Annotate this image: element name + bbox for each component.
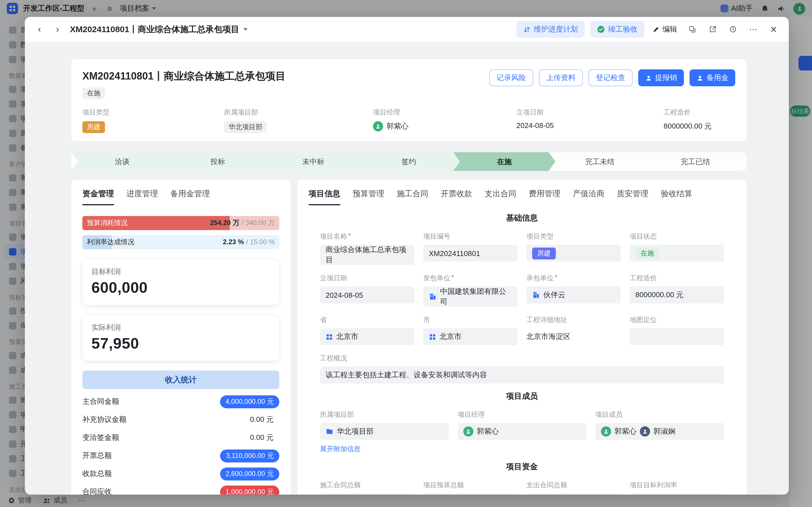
target-profit-value: 600,000: [92, 279, 270, 297]
project-status-select[interactable]: 在施: [630, 245, 724, 262]
info-tab[interactable]: 产值洽商: [573, 189, 604, 205]
project-info-form: 基础信息 项目名称* 商业综合体施工总承包项目 项目编号 XM202411080…: [309, 213, 735, 495]
summary-fields: 项目类型 房建 所属项目部 华北项目部 项目经理 郭紫心: [83, 108, 735, 133]
project-status-tag: 在施: [635, 247, 659, 259]
stage-stepper: 洽谈 投标 未中标 签约 在施 完工未结 完工已结: [71, 152, 747, 171]
summary-field-cost: 工程造价 8000000.00 元: [664, 108, 735, 133]
forward-button[interactable]: ›: [51, 22, 64, 36]
outline-action-button[interactable]: 记录风险: [489, 69, 533, 86]
contractor-unit-input[interactable]: 伙伴云: [527, 286, 621, 303]
budget-consumption-bar: 预算消耗情况 254.20 万 / 340.00 万: [83, 216, 279, 230]
stage-step[interactable]: 未中标: [262, 152, 365, 171]
stage-step[interactable]: 完工已结: [644, 152, 747, 171]
more-icon[interactable]: ⋯: [746, 22, 761, 37]
share-icon[interactable]: [705, 22, 720, 37]
section-members: 项目成员: [320, 391, 724, 401]
fund-value-input[interactable]: 3,400,000.00 元: [423, 494, 518, 495]
member-person: 郭紫心: [601, 426, 637, 437]
modal-title: XM2024110801丨商业综合体施工总承包项目: [70, 24, 248, 35]
member-person: 郭淑娴: [640, 426, 675, 437]
field-overview: 工程概况 该工程主要包括土建工程、设备安装和调试等内容: [320, 354, 724, 384]
title-dropdown-icon[interactable]: [243, 28, 248, 31]
stage-step[interactable]: 在施: [453, 152, 555, 171]
province-select[interactable]: 北京市: [320, 328, 414, 345]
building-icon: [429, 293, 437, 300]
required-asterisk: *: [555, 274, 557, 283]
stage-step[interactable]: 洽谈: [71, 152, 173, 171]
info-tab[interactable]: 费用管理: [529, 189, 560, 205]
info-tab[interactable]: 支出合同: [485, 189, 516, 205]
manager-person[interactable]: 郭紫心: [373, 121, 516, 131]
owner-unit-input[interactable]: 中国建筑集团有限公司: [423, 286, 518, 307]
fund-value-input[interactable]: 4,000,000.00 元: [320, 494, 414, 495]
field-project-cost: 工程造价 8000000.00 元: [630, 274, 724, 307]
finance-row-value: 4,000,000.00 元: [220, 395, 279, 408]
info-tab[interactable]: 预算管理: [353, 189, 384, 205]
copy-icon[interactable]: [685, 22, 700, 37]
back-button[interactable]: ‹: [33, 22, 46, 36]
finance-row: 补充协议金额 0.00 元: [83, 410, 279, 429]
field-project-name: 项目名称* 商业综合体施工总承包项目: [320, 232, 414, 265]
city-select[interactable]: 北京市: [423, 328, 518, 345]
field-project-status: 项目状态 在施: [630, 232, 724, 265]
field-map-location: 地图定位: [630, 315, 724, 345]
field-project-members: 项目成员 郭紫心 郭淑娴: [595, 410, 724, 454]
field-owner-unit: 发包单位* 中国建筑集团有限公司: [423, 274, 518, 307]
department-input[interactable]: 华北项目部: [320, 423, 449, 440]
close-icon[interactable]: ×: [766, 22, 781, 37]
start-date-input[interactable]: 2024-08-05: [320, 286, 414, 303]
map-location-input[interactable]: [630, 328, 724, 345]
finance-tab[interactable]: 备用金管理: [170, 189, 210, 205]
project-members-input[interactable]: 郭紫心 郭淑娴: [595, 423, 724, 440]
edit-button[interactable]: 编辑: [650, 24, 680, 35]
pencil-icon: [652, 26, 660, 33]
primary-action-button[interactable]: 提报销: [638, 69, 684, 86]
info-tab[interactable]: 开票收款: [441, 189, 472, 205]
overview-input[interactable]: 该工程主要包括土建工程、设备安装和调试等内容: [320, 367, 724, 384]
project-cost-input[interactable]: 8000000.00 元: [630, 286, 724, 303]
stage-step[interactable]: 签约: [358, 152, 460, 171]
finance-row-value: 0.00 元: [250, 414, 274, 425]
outline-action-button[interactable]: 登记检查: [589, 69, 633, 86]
finance-row: 收款总额 2,600,000.00 元: [83, 465, 279, 483]
completion-acceptance-button[interactable]: 竣工验收: [590, 21, 644, 38]
maintain-schedule-button[interactable]: 维护进度计划: [516, 21, 585, 38]
avatar: [373, 121, 383, 131]
project-code-input[interactable]: XM2024110801: [423, 245, 518, 262]
field-project-code: 项目编号 XM2024110801: [423, 232, 518, 265]
info-tab[interactable]: 项目信息: [309, 189, 340, 205]
info-tab[interactable]: 施工合同: [397, 189, 428, 205]
field-province: 省 北京市: [320, 315, 414, 345]
avatar: [463, 426, 474, 437]
fund-value-input[interactable]: 15.00%: [630, 494, 724, 495]
finance-row-value: 2,600,000.00 元: [220, 467, 279, 480]
address-value[interactable]: 北京市海淀区: [527, 328, 621, 345]
project-manager-input[interactable]: 郭紫心: [457, 423, 586, 440]
history-icon[interactable]: [726, 22, 740, 37]
info-tab[interactable]: 验收结算: [661, 189, 692, 205]
project-type-select[interactable]: 房建: [527, 245, 621, 262]
actual-profit-value: 57,950: [92, 335, 270, 352]
stage-step[interactable]: 投标: [167, 152, 269, 171]
project-name-input[interactable]: 商业综合体施工总承包项目: [320, 245, 414, 265]
income-statistics-button[interactable]: 收入统计: [83, 371, 279, 389]
field-contractor-unit: 承包单位* 伙伴云: [527, 274, 621, 307]
project-title: XM2024110801丨商业综合体施工总承包项目: [83, 69, 285, 83]
check-badge-icon: [597, 25, 605, 33]
fund-field: 项目目标利润率 15.00%: [630, 481, 724, 495]
primary-action-button[interactable]: 备用金: [690, 69, 735, 86]
modal-header: ‹ › XM2024110801丨商业综合体施工总承包项目 维护进度计划 竣工: [25, 17, 789, 42]
info-tab[interactable]: 质安管理: [617, 189, 648, 205]
outline-action-button[interactable]: 上传资料: [539, 69, 583, 86]
expand-extra-info-link[interactable]: 展开附加信息: [320, 444, 361, 454]
fund-value-input[interactable]: 3,630,000.00 元: [527, 494, 621, 495]
finance-row-value: 1,000,000.00 元: [220, 485, 279, 495]
finance-row: 开票总额 3,110,000.00 元: [83, 447, 279, 465]
finance-tab[interactable]: 进度管理: [126, 189, 158, 205]
project-info-panel: 项目信息 预算管理 施工合同 开票收款 支出合同 费用管理 产值洽商: [297, 180, 747, 495]
finance-row-value: 0.00 元: [250, 433, 274, 443]
finance-tab[interactable]: 资金管理: [83, 189, 114, 205]
stage-step[interactable]: 完工未结: [549, 152, 651, 171]
project-type-tag: 房建: [532, 247, 556, 259]
avatar: [640, 426, 650, 437]
